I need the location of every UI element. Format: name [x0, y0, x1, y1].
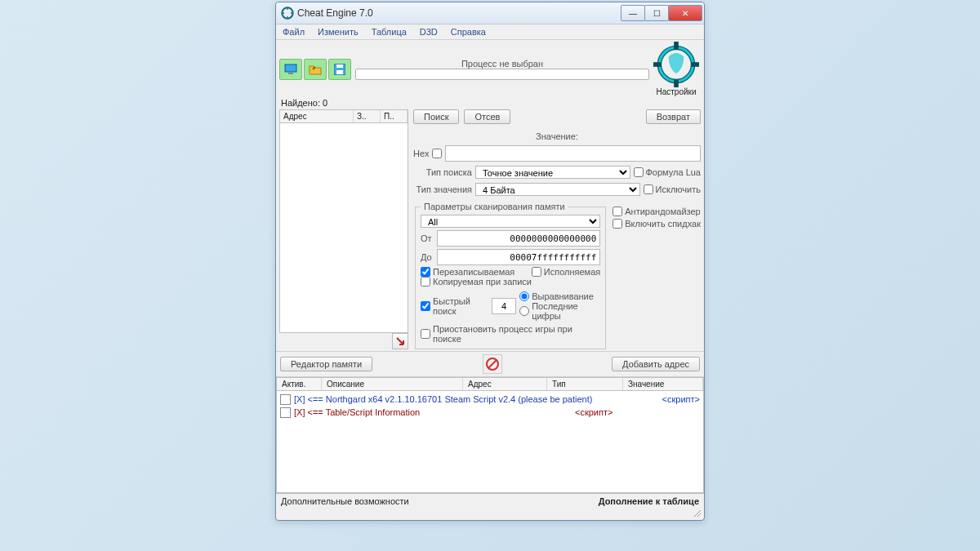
to-input[interactable]: [437, 249, 601, 265]
col-active[interactable]: Актив.: [277, 378, 322, 390]
menu-file[interactable]: Файл: [276, 24, 311, 39]
maximize-button[interactable]: ☐: [644, 5, 669, 21]
first-scan-button[interactable]: Поиск: [413, 109, 459, 124]
last-digits-radio[interactable]: Последние цифры: [519, 301, 600, 321]
status-left[interactable]: Дополнительные возможности: [281, 496, 409, 506]
value-type-label: Тип значения: [413, 184, 472, 194]
found-count: 0: [323, 98, 327, 108]
save-button[interactable]: [328, 59, 351, 80]
floppy-icon: [334, 64, 345, 75]
undo-scan-button[interactable]: Возврат: [646, 109, 701, 124]
col-addr[interactable]: Адрес: [463, 378, 547, 390]
row-desc: [X] <== Northgard x64 v2.1.10.16701 Stea…: [294, 394, 659, 404]
value-label: Значение:: [536, 131, 578, 141]
row-value: <скрипт>: [662, 394, 700, 404]
next-scan-button[interactable]: Отсев: [464, 109, 510, 124]
active-checkbox[interactable]: [280, 407, 291, 418]
scan-type-label: Тип поиска: [413, 167, 472, 177]
to-label: До: [421, 252, 432, 262]
table-row[interactable]: [X] <== Table/Script Information <скрипт…: [280, 406, 700, 419]
col-address[interactable]: Адрес: [280, 110, 354, 122]
fast-scan-value[interactable]: [492, 298, 516, 314]
memory-view-button[interactable]: Редактор памяти: [280, 357, 372, 371]
svg-rect-4: [336, 64, 343, 68]
statusbar: Дополнительные возможности Дополнение к …: [276, 493, 704, 509]
minimize-button[interactable]: —: [621, 5, 645, 21]
address-table[interactable]: [X] <== Northgard x64 v2.1.10.16701 Stea…: [276, 391, 704, 493]
row-value: <скрипт>: [575, 407, 612, 417]
from-input[interactable]: [437, 230, 601, 247]
svg-rect-2: [288, 73, 293, 74]
titlebar: Cheat Engine 7.0 — ☐ ✕: [276, 2, 704, 24]
add-address-button[interactable]: Добавить адрес: [612, 357, 700, 371]
results-list[interactable]: [279, 123, 408, 333]
monitor-icon: [284, 64, 297, 75]
progress-bar: [355, 69, 649, 80]
svg-rect-8: [674, 42, 679, 49]
menu-d3d[interactable]: D3D: [413, 24, 444, 39]
process-status: Процесс не выбран: [461, 59, 543, 69]
mem-legend: Параметры сканирования памяти: [421, 202, 568, 211]
row-desc: [X] <== Table/Script Information: [294, 407, 523, 417]
svg-rect-5: [336, 70, 343, 74]
status-right[interactable]: Дополнение к таблице: [599, 496, 699, 506]
memory-scan-options: Параметры сканирования памяти All От До …: [415, 202, 606, 349]
alignment-radio[interactable]: Выравнивание: [519, 291, 600, 301]
cheat-engine-logo[interactable]: [653, 42, 699, 87]
open-file-button[interactable]: [304, 59, 327, 80]
svg-line-13: [488, 360, 497, 368]
exclude-checkbox[interactable]: Исключить: [644, 184, 701, 194]
menubar: Файл Изменить Таблица D3D Справка: [276, 24, 704, 40]
open-process-button[interactable]: [279, 59, 302, 80]
arrow-down-right-icon: [395, 336, 405, 346]
settings-link[interactable]: Настройки: [656, 87, 696, 96]
svg-rect-9: [674, 80, 679, 87]
copy-to-table-button[interactable]: [392, 333, 408, 349]
resize-grip-icon[interactable]: [693, 509, 702, 518]
executable-checkbox[interactable]: Исполняемая: [532, 267, 600, 277]
found-label: Найдено:: [281, 98, 320, 108]
svg-rect-1: [285, 64, 296, 72]
hex-checkbox[interactable]: Hex: [413, 149, 442, 158]
antirandomizer-checkbox[interactable]: Антирандомайзер: [612, 207, 701, 216]
folder-open-icon: [309, 64, 322, 75]
menu-edit[interactable]: Изменить: [311, 24, 365, 39]
speedhack-checkbox[interactable]: Включить спидхак: [612, 219, 701, 229]
writable-checkbox[interactable]: Перезаписываемая: [421, 267, 514, 277]
value-input[interactable]: [445, 145, 701, 162]
app-window: Cheat Engine 7.0 — ☐ ✕ Файл Изменить Таб…: [275, 2, 705, 521]
lua-checkbox[interactable]: Формула Lua: [634, 167, 702, 177]
col-desc[interactable]: Описание: [322, 378, 463, 390]
menu-help[interactable]: Справка: [444, 24, 492, 39]
table-row[interactable]: [X] <== Northgard x64 v2.1.10.16701 Stea…: [280, 393, 700, 406]
scan-type-select[interactable]: Точное значение: [475, 166, 630, 179]
prohibited-icon: [485, 357, 500, 371]
fast-scan-checkbox[interactable]: Быстрый поиск: [421, 296, 488, 316]
active-checkbox[interactable]: [280, 394, 291, 405]
pause-checkbox[interactable]: Приостановить процесс игры при поиске: [421, 324, 600, 344]
col-value[interactable]: З..: [354, 110, 381, 122]
menu-table[interactable]: Таблица: [365, 24, 413, 39]
value-type-select[interactable]: 4 Байта: [475, 183, 640, 196]
col-prev[interactable]: П..: [381, 110, 408, 122]
svg-rect-11: [692, 62, 699, 67]
cow-checkbox[interactable]: Копируемая при записи: [421, 277, 600, 287]
from-label: От: [421, 233, 432, 243]
col-val[interactable]: Значение: [623, 378, 703, 390]
col-type[interactable]: Тип: [547, 378, 623, 390]
results-header: Адрес З.. П..: [279, 109, 408, 123]
toolbar: Процесс не выбран Настройки: [276, 40, 704, 98]
close-button[interactable]: ✕: [668, 5, 702, 21]
svg-rect-10: [653, 62, 661, 67]
address-table-header: Актив. Описание Адрес Тип Значение: [276, 377, 704, 391]
window-title: Cheat Engine 7.0: [297, 7, 621, 19]
app-icon: [281, 7, 294, 20]
mem-region-select[interactable]: All: [421, 215, 600, 228]
no-process-icon: [483, 354, 502, 374]
